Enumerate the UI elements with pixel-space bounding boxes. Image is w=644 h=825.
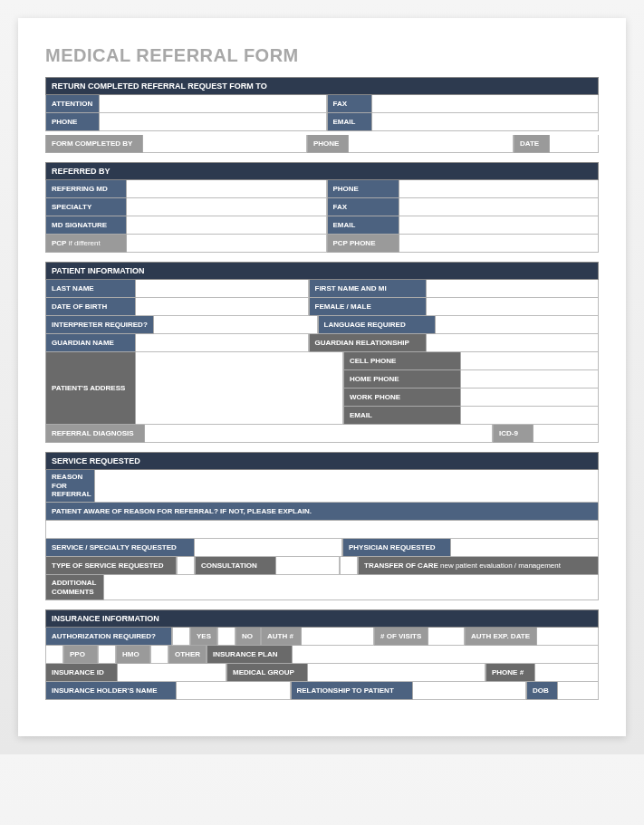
patient-email-input[interactable] [461,407,599,425]
consultation-label: CONSULTATION [195,557,276,575]
service-specialty-input[interactable] [195,539,342,557]
sex-input[interactable] [427,298,600,316]
attention-input[interactable] [100,95,327,113]
pcp-phone-label: PCP PHONE [327,235,399,253]
holder-input[interactable] [177,682,291,700]
language-input[interactable] [436,316,600,334]
dob-label: DATE OF BIRTH [45,298,136,316]
pcp-input[interactable] [127,235,327,253]
pcp-phone-input[interactable] [399,235,600,253]
fax-label: FAX [327,95,372,113]
form-title: MEDICAL REFERRAL FORM [45,45,599,66]
section-header: SERVICE REQUESTED [45,452,599,470]
ppo-label: PPO [63,646,98,664]
hmo-checkbox[interactable] [98,646,116,664]
date-input[interactable] [550,135,599,153]
email-label: EMAIL [327,113,372,131]
yes-label: YES [190,628,217,646]
relationship-input[interactable] [413,682,527,700]
ins-phone-label: PHONE # [485,664,535,682]
auth-num-label: AUTH # [261,628,302,646]
guardian-name-input[interactable] [136,334,309,352]
interpreter-label: INTERPRETER REQUIRED? [45,316,154,334]
section-header: INSURANCE INFORMATION [45,609,599,628]
reason-label: REASON FOR REFERRAL [45,470,95,503]
relationship-label: RELATIONSHIP TO PATIENT [291,682,413,700]
sex-label: FEMALE / MALE [309,298,427,316]
med-group-label: MEDICAL GROUP [226,664,308,682]
email-label: EMAIL [327,216,399,235]
specialty-input[interactable] [127,198,327,216]
additional-input[interactable] [104,575,599,600]
reason-input[interactable] [95,470,599,503]
visits-input[interactable] [428,628,465,646]
referring-md-input[interactable] [127,180,327,198]
cell-phone-label: CELL PHONE [343,352,461,370]
other-checkbox[interactable] [150,646,168,664]
transfer-checkbox[interactable] [340,557,358,575]
work-phone-label: WORK PHONE [343,389,461,407]
ppo-checkbox[interactable] [45,646,63,664]
section-service-requested: SERVICE REQUESTED REASON FOR REFERRAL PA… [45,452,599,600]
additional-label: ADDITIONAL COMMENTS [45,575,104,600]
fax-input[interactable] [372,95,600,113]
yes-checkbox[interactable] [172,628,190,646]
form-page: MEDICAL REFERRAL FORM RETURN COMPLETED R… [18,18,626,736]
phone-label: PHONE [327,180,399,198]
transfer-label: TRANSFER OF CARE new patient evaluation … [358,557,599,575]
address-input[interactable] [136,352,343,425]
auth-exp-label: AUTH EXP. DATE [465,628,537,646]
ins-dob-label: DOB [526,682,558,700]
dob-input[interactable] [136,298,309,316]
section-return-to: RETURN COMPLETED REFERRAL REQUEST FORM T… [45,77,599,153]
auth-num-input[interactable] [302,628,374,646]
work-phone-input[interactable] [461,389,599,407]
cell-phone-input[interactable] [461,352,599,370]
ins-id-input[interactable] [118,664,226,682]
phone2-input[interactable] [349,135,514,153]
physician-input[interactable] [451,539,599,557]
section-patient-info: PATIENT INFORMATION LAST NAME FIRST NAME… [45,262,599,443]
med-group-input[interactable] [308,664,485,682]
address-label: PATIENT'S ADDRESS [45,352,136,425]
language-label: LANGUAGE REQUIRED [318,316,436,334]
holder-label: INSURANCE HOLDER'S NAME [45,682,177,700]
auth-exp-input[interactable] [537,628,599,646]
consultation-input[interactable] [276,557,340,575]
ins-dob-input[interactable] [558,682,599,700]
aware-input[interactable] [45,521,599,539]
attention-label: ATTENTION [45,95,100,113]
email-input[interactable] [372,113,600,131]
icd9-input[interactable] [533,425,599,443]
completed-by-label: FORM COMPLETED BY [45,135,143,153]
ins-phone-input[interactable] [535,664,599,682]
no-checkbox[interactable] [217,628,235,646]
consultation-checkbox[interactable] [177,557,195,575]
phone-label: PHONE [45,113,100,131]
md-signature-input[interactable] [127,216,327,235]
phone-input[interactable] [100,113,327,131]
fax-label: FAX [327,198,399,216]
visits-label: # OF VISITS [374,628,428,646]
referring-md-label: REFERRING MD [45,180,127,198]
last-name-label: LAST NAME [45,280,136,298]
interpreter-input[interactable] [154,316,318,334]
completed-by-input[interactable] [143,135,307,153]
other-label: OTHER [168,646,207,664]
phone2-label: PHONE [307,135,349,153]
guardian-rel-input[interactable] [427,334,600,352]
plan-input[interactable] [293,646,599,664]
email-input[interactable] [399,216,600,235]
fax-input[interactable] [399,198,600,216]
no-label: NO [235,628,261,646]
first-name-input[interactable] [427,280,600,298]
icd9-label: ICD-9 [493,425,533,443]
service-type-label: TYPE OF SERVICE REQUESTED [45,557,177,575]
phone-input[interactable] [399,180,600,198]
last-name-input[interactable] [136,280,309,298]
home-phone-input[interactable] [461,370,599,389]
date-label: DATE [514,135,550,153]
first-name-label: FIRST NAME AND MI [309,280,427,298]
diagnosis-input[interactable] [145,425,493,443]
pcp-label: PCP if different [45,235,127,253]
